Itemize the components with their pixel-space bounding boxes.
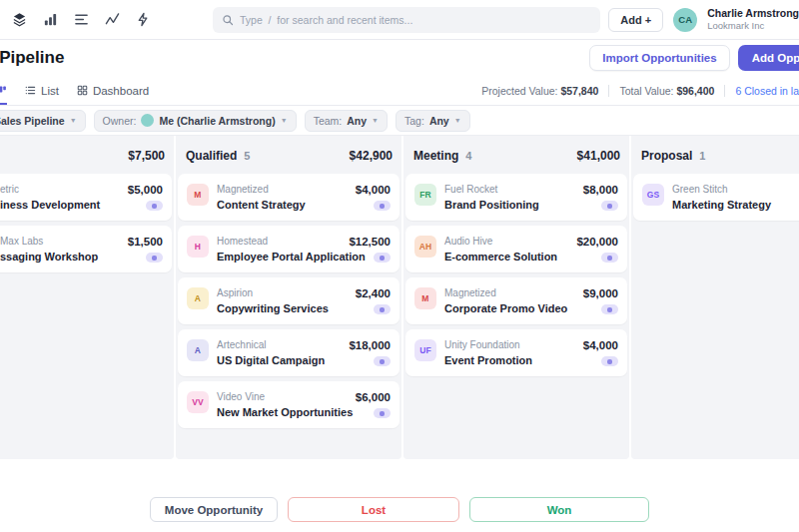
company-name: Green Stitch	[672, 184, 799, 195]
company-avatar: VV	[187, 391, 209, 413]
team-filter[interactable]: Team: Any ▼	[305, 110, 388, 132]
column-header: $7,500	[0, 136, 174, 174]
column-header: Meeting 4 $41,000	[403, 136, 629, 174]
column-name: Meeting	[413, 149, 458, 163]
owner-filter-label: Owner:	[103, 115, 137, 127]
column-header: Qualified 5 $42,900	[176, 136, 401, 174]
column-count: 4	[465, 150, 471, 162]
tag-filter-label: Tag:	[404, 115, 424, 127]
column-total: $7,500	[128, 149, 165, 163]
assignee-badge	[146, 201, 163, 211]
company-avatar: M	[187, 184, 209, 206]
app-window: Add + CA Charlie Armstrong Lookmark Inc …	[0, 0, 799, 532]
company-avatar: UF	[414, 339, 436, 361]
opportunity-card[interactable]: VV Video Vine New Market Opportunities $…	[178, 381, 400, 428]
list-nav-icon[interactable]	[74, 12, 89, 27]
company-avatar: A	[187, 339, 209, 361]
column-name: Proposal	[641, 149, 692, 163]
opportunity-card[interactable]: FR Fuel Rocket Brand Positioning $8,000	[405, 174, 627, 221]
opportunity-value: $2,400	[356, 287, 391, 299]
stage-column-0: $7,500 etric iness Development $5,000 Ma…	[0, 136, 174, 459]
opportunity-value: $1,500	[128, 236, 163, 248]
opportunity-value: $4,000	[356, 184, 391, 196]
opportunity-card[interactable]: A Aspirion Copywriting Services $2,400	[178, 277, 400, 324]
team-filter-label: Team:	[314, 115, 343, 127]
opportunity-card[interactable]: AH Audio Hive E-commerce Solution $20,00…	[405, 226, 627, 272]
opportunity-value: $8,000	[583, 184, 618, 196]
add-button[interactable]: Add +	[608, 8, 663, 32]
move-opportunity-button[interactable]: Move Opportunity	[150, 497, 278, 522]
user-avatar[interactable]: CA	[673, 8, 697, 32]
company-avatar: FR	[414, 184, 436, 206]
user-menu[interactable]: Charlie Armstrong Lookmark Inc	[707, 7, 799, 32]
add-opportunity-button[interactable]: Add Opportunity	[738, 45, 799, 71]
page-header-actions: Import Opportunities Add Opportunity	[589, 45, 799, 71]
page-title: Sales Pipeline	[0, 48, 64, 68]
opportunity-value: $9,000	[583, 287, 618, 299]
opportunity-value: $20,000	[576, 236, 618, 248]
column-header: Proposal 1	[631, 136, 799, 174]
activity-nav-icon[interactable]	[105, 12, 120, 27]
user-name: Charlie Armstrong	[707, 7, 799, 20]
opportunity-value: $6,000	[356, 391, 391, 403]
opportunity-card[interactable]: M Magnetized Content Strategy $4,000	[178, 174, 400, 221]
bar-chart-nav-icon[interactable]	[43, 12, 58, 27]
global-search[interactable]	[213, 7, 600, 33]
tab-dashboard-label: Dashboard	[93, 85, 149, 97]
column-cards: GS Green Stitch Marketing Strategy	[631, 174, 799, 221]
column-count: 1	[699, 150, 705, 162]
opportunity-card[interactable]: M Magnetized Corporate Promo Video $9,00…	[405, 277, 627, 324]
dashboard-tab-icon	[77, 85, 88, 96]
opportunity-card[interactable]: H Homestead Employee Portal Application …	[178, 226, 400, 272]
view-tabbar: List Dashboard Projected Value: $57,840 …	[0, 76, 799, 106]
company-avatar: A	[187, 287, 209, 309]
pipeline-filter[interactable]: Sales Pipeline ▼	[0, 110, 86, 132]
opportunity-value: $12,500	[349, 236, 391, 248]
filterbar: Sales Pipeline ▼ Owner: Me (Charlie Arms…	[0, 106, 799, 136]
assignee-badge	[374, 356, 391, 366]
opportunity-value: $18,000	[349, 339, 391, 351]
topbar-right: Add + CA Charlie Armstrong Lookmark Inc	[608, 7, 799, 32]
assignee-badge	[374, 201, 391, 211]
stage-column-qualified: Qualified 5 $42,900 M Magnetized Content…	[176, 136, 401, 459]
search-input[interactable]	[240, 14, 591, 26]
column-cards: M Magnetized Content Strategy $4,000 H H…	[176, 174, 401, 428]
tab-dashboard[interactable]: Dashboard	[77, 76, 149, 105]
won-button[interactable]: Won	[469, 497, 649, 522]
chevron-down-icon: ▼	[281, 117, 288, 124]
owner-filter-value: Me (Charlie Armstrong)	[159, 115, 275, 127]
owner-avatar	[141, 114, 154, 127]
company-avatar: GS	[642, 184, 664, 206]
opportunity-card[interactable]: UF Unity Foundation Event Promotion $4,0…	[405, 329, 627, 376]
pipeline-filter-value: Sales Pipeline	[0, 115, 65, 127]
tab-list[interactable]: List	[25, 76, 59, 105]
assignee-badge	[374, 304, 391, 314]
search-icon	[222, 14, 234, 26]
kanban-icon	[0, 85, 7, 97]
column-total: $41,000	[577, 149, 620, 163]
opportunity-card[interactable]: etric iness Development $5,000	[0, 174, 172, 221]
opportunity-card[interactable]: GS Green Stitch Marketing Strategy	[633, 174, 799, 221]
lost-button[interactable]: Lost	[288, 497, 459, 522]
assignee-badge	[601, 356, 618, 366]
app-logo-icon[interactable]	[12, 12, 27, 27]
topbar: Add + CA Charlie Armstrong Lookmark Inc	[0, 0, 799, 40]
tab-list-label: List	[41, 85, 59, 97]
pipeline-board: $7,500 etric iness Development $5,000 Ma…	[0, 136, 799, 459]
stage-column-proposal: Proposal 1 GS Green Stitch Marketing Str…	[631, 136, 799, 459]
import-opportunities-button[interactable]: Import Opportunities	[589, 45, 729, 71]
list-tab-icon	[25, 85, 36, 96]
opportunity-card[interactable]: A Artechnical US Digital Campaign $18,00…	[178, 329, 400, 376]
tag-filter-value: Any	[429, 115, 449, 127]
owner-filter[interactable]: Owner: Me (Charlie Armstrong) ▼	[94, 110, 297, 132]
chevron-down-icon: ▼	[70, 117, 77, 124]
zap-nav-icon[interactable]	[136, 12, 151, 27]
stage-column-meeting: Meeting 4 $41,000 FR Fuel Rocket Brand P…	[403, 136, 629, 459]
closed-opportunities-link[interactable]: 6 Closed in la	[725, 85, 799, 97]
tag-filter[interactable]: Tag: Any ▼	[396, 110, 470, 132]
opportunity-card[interactable]: Max Labs ssaging Workshop $1,500	[0, 226, 172, 272]
tab-board-active[interactable]	[0, 76, 7, 105]
assignee-badge	[601, 304, 618, 314]
action-footer: Move Opportunity Lost Won	[0, 459, 799, 532]
company-avatar: AH	[414, 236, 436, 258]
